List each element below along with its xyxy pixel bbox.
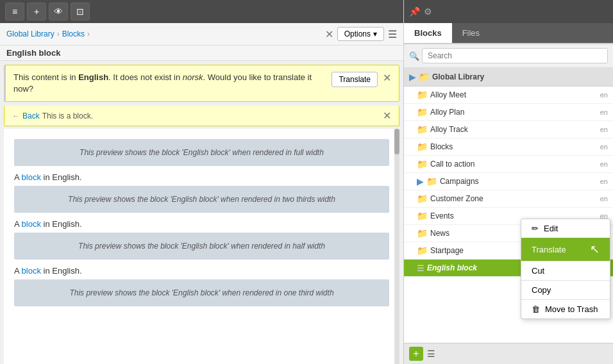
preview-button[interactable]: 👁 (49, 3, 68, 21)
context-menu-edit[interactable]: ✏ Edit (521, 219, 610, 238)
item-lang: en (600, 91, 608, 99)
back-bar: ← Back This is a block. ✕ (4, 106, 399, 126)
breadcrumb-arrow1: › (57, 29, 60, 38)
breadcrumb-arrow2: › (87, 29, 90, 38)
banner-text-middle: . It does not exist in (108, 72, 183, 82)
bottom-bar: + ☰ (404, 343, 613, 364)
add-button[interactable]: + (27, 3, 46, 21)
block-link-1[interactable]: block (22, 172, 41, 182)
context-menu-trash[interactable]: 🗑 Move to Trash (521, 300, 610, 318)
list-item[interactable]: ▶ 📁 Campaigns en (404, 173, 613, 190)
list-item[interactable]: 📁 Alloy Plan en (404, 104, 613, 121)
menu-icon: ≡ (12, 6, 17, 17)
close-left-button[interactable]: ✕ (325, 28, 333, 40)
grid-icon: ⊡ (76, 6, 84, 17)
tab-files[interactable]: Files (452, 23, 490, 43)
add-item-button[interactable]: + (409, 347, 423, 361)
view-button[interactable]: ⊡ (71, 3, 90, 21)
search-icon: 🔍 (409, 51, 419, 61)
plus-icon: + (34, 6, 39, 17)
item-lang: en (600, 195, 608, 203)
right-panel: 📌 ⚙ Blocks Files 🔍 ▶ 📁 Global Library 📁 … (404, 0, 613, 364)
content-area: This preview shows the block 'English bl… (4, 129, 399, 364)
options-label: Options (344, 29, 371, 38)
breadcrumb-blocks[interactable]: Blocks (62, 29, 85, 38)
list-item[interactable]: 📁 Alloy Meet en (404, 87, 613, 104)
folder-icon: 📁 (417, 245, 428, 256)
context-menu-translate[interactable]: Translate ↖ (521, 238, 610, 261)
left-panel: ≡ + 👁 ⊡ Global Library › Blocks › ✕ Opti… (0, 0, 404, 364)
back-bar-close[interactable]: ✕ (383, 110, 391, 122)
block-link-2[interactable]: block (22, 219, 41, 229)
options-chevron-icon: ▾ (373, 29, 377, 38)
banner-lang-norsk: norsk (183, 72, 203, 82)
folder-icon: ▶ 📁 (417, 176, 437, 186)
item-label: Alloy Track (430, 125, 595, 134)
item-lang: en (600, 178, 608, 185)
translate-banner-button[interactable]: Translate (332, 72, 378, 87)
right-top-bar: 📌 ⚙ (404, 0, 613, 23)
context-menu-copy[interactable]: Copy (521, 281, 610, 299)
translate-banner: This content is in English. It does not … (4, 65, 399, 102)
preview-full-width: This preview shows the block 'English bl… (14, 139, 389, 166)
bottom-list-icon[interactable]: ☰ (427, 349, 435, 359)
trash-icon: 🗑 (532, 304, 540, 314)
tab-blocks[interactable]: Blocks (404, 23, 452, 43)
global-library-folder-icon: ▶ 📁 (409, 72, 430, 82)
context-menu-cut[interactable]: Cut (521, 261, 610, 280)
translate-label: Translate (532, 245, 566, 254)
folder-icon: 📁 (417, 228, 428, 238)
search-bar: 🔍 (404, 44, 613, 68)
tab-bar: Blocks Files (404, 23, 613, 44)
item-label: Call to action (430, 160, 595, 169)
cut-label: Cut (532, 266, 544, 276)
global-library-row: ▶ 📁 Global Library (404, 68, 613, 87)
item-label: Customer Zone (430, 194, 595, 203)
top-toolbar: ≡ + 👁 ⊡ (0, 0, 403, 23)
folder-icon: 📁 (417, 90, 428, 100)
banner-lang-english: English (78, 72, 108, 82)
list-item[interactable]: 📁 Blocks en (404, 138, 613, 156)
banner-text-before: This content is in (13, 72, 78, 82)
back-link[interactable]: Back (22, 112, 40, 120)
content-text-3: A block in English. (14, 266, 389, 276)
list-item[interactable]: 📁 Customer Zone en (404, 190, 613, 208)
folder-icon: 📁 (417, 159, 428, 169)
block-link-3[interactable]: block (22, 266, 41, 276)
menu-button[interactable]: ≡ (5, 3, 24, 21)
item-lang: en (600, 126, 608, 133)
search-input[interactable] (422, 48, 608, 63)
list-item[interactable]: 📁 Call to action en (404, 156, 613, 173)
breadcrumb-global-library[interactable]: Global Library (6, 29, 55, 38)
folder-icon: 📁 (417, 194, 428, 204)
options-button[interactable]: Options ▾ (337, 27, 384, 41)
eye-icon: 👁 (54, 6, 63, 17)
global-library-label: Global Library (432, 72, 608, 81)
translate-banner-close[interactable]: ✕ (383, 72, 391, 84)
item-lang: en (600, 160, 608, 168)
item-label: Blocks (430, 142, 595, 151)
list-view-icon[interactable]: ☰ (388, 28, 397, 40)
folder-icon: 📁 (417, 211, 428, 221)
folder-icon: 📁 (417, 142, 428, 152)
folder-icon: 📁 (417, 107, 428, 117)
back-bar-left: ← Back This is a block. (12, 112, 93, 120)
item-label: Alloy Meet (430, 90, 595, 99)
page-title: English block (6, 48, 61, 58)
preview-half-width: This preview shows the block 'English bl… (14, 233, 389, 260)
preview-two-thirds: This preview shows the block 'English bl… (14, 186, 389, 213)
list-item[interactable]: 📁 Alloy Track en (404, 121, 613, 138)
back-arrow-icon: ← (12, 112, 20, 120)
edit-label: Edit (544, 224, 558, 233)
scroll-thumb[interactable] (394, 129, 399, 154)
item-label: Campaigns (440, 177, 595, 186)
pin-icon[interactable]: 📌 (409, 6, 420, 17)
preview-one-third: This preview shows the block 'English bl… (14, 279, 389, 306)
breadcrumb-right: ✕ Options ▾ ☰ (325, 27, 397, 41)
gear-icon[interactable]: ⚙ (424, 6, 432, 17)
edit-icon: ✏ (532, 224, 539, 233)
cursor-icon: ↖ (590, 242, 600, 256)
back-description: This is a block. (42, 112, 93, 120)
item-label: Alloy Plan (430, 108, 595, 117)
breadcrumb: Global Library › Blocks › (6, 29, 90, 38)
